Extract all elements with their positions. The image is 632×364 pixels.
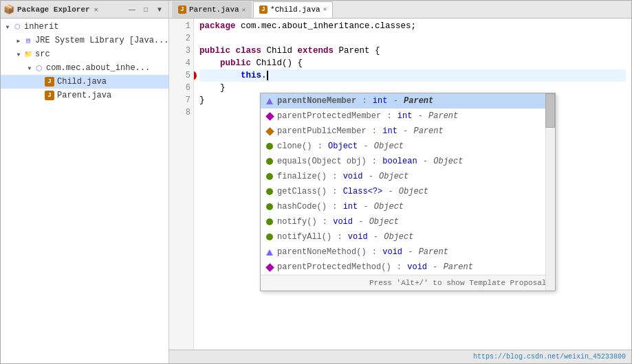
tree-spacer-parent — [36, 91, 45, 100]
editor-area: 1 2 3 4 5 6 7 8 package com.mec.about_in… — [169, 19, 631, 350]
view-menu-button[interactable]: ▼ — [153, 3, 166, 16]
tree-label-child: Child.java — [57, 77, 107, 87]
content-area: 📦 Package Explorer ✕ — □ ▼ ▼ ⬡ inherit — [1, 1, 631, 363]
ac-text-10: notifyAll() : void - Object — [277, 231, 413, 243]
tab-parent-label: Parent.java — [189, 5, 239, 14]
parent-java-icon: J — [45, 91, 54, 100]
right-panel: J Parent.java ✕ J *Child.java ✕ 1 2 3 4 … — [169, 1, 631, 363]
ac-item-notifyAll[interactable]: notifyAll() : void - Object — [261, 229, 555, 244]
ac-icon-diamond-12 — [265, 262, 274, 272]
tree-view[interactable]: ▼ ⬡ inherit ▶ ▤ JRE System Library [Java… — [1, 19, 168, 363]
line-numbers: 1 2 3 4 5 6 7 8 — [169, 19, 194, 350]
tree-label-jre: JRE System Library [Java... — [35, 36, 168, 45]
ac-icon-diamond-3 — [265, 126, 274, 136]
ac-item-parentNoneMember[interactable]: parentNoneMember : int - Parent — [261, 93, 555, 109]
ac-item-parentProtectedMember[interactable]: parentProtectedMember : int - Parent — [261, 109, 555, 124]
autocomplete-list[interactable]: parentNoneMember : int - Parent — [261, 93, 555, 275]
ac-text-12: parentProtectedMethod() : void - Parent — [277, 261, 473, 273]
code-content[interactable]: package com.mec.about_inheritance.classe… — [194, 19, 631, 350]
ac-icon-circle-6 — [265, 172, 274, 181]
tab-child-close[interactable]: ✕ — [323, 5, 327, 13]
autocomplete-popup: parentNoneMember : int - Parent — [260, 93, 556, 291]
tab-parent-close[interactable]: ✕ — [242, 6, 246, 14]
project-icon: ⬡ — [12, 21, 23, 32]
panel-title: Package Explorer — [17, 5, 90, 14]
ac-text-6: finalize() : void - Object — [277, 170, 408, 183]
ac-text-3: parentPublicMember : int - Parent — [277, 125, 444, 137]
ac-item-parentProtectedMethod[interactable]: parentProtectedMethod() : void - Parent — [261, 260, 555, 275]
tab-child-label: *Child.java — [270, 5, 320, 14]
ac-item-parentPublicMember[interactable]: parentPublicMember : int - Parent — [261, 124, 555, 139]
tree-spacer-child — [36, 78, 45, 86]
ac-scrollbar-track[interactable] — [545, 93, 555, 291]
tree-label-package: com.mec.about_inhe... — [46, 63, 150, 73]
tree-arrow-src: ▼ — [14, 50, 23, 58]
tree-item-inherit[interactable]: ▼ ⬡ inherit — [1, 20, 168, 34]
package-icon: ⬡ — [34, 62, 45, 73]
tab-bar: J Parent.java ✕ J *Child.java ✕ — [169, 1, 631, 19]
ac-footer-text: Press 'Alt+/' to show Template Proposals — [369, 279, 551, 287]
ac-item-parentNoneMethod[interactable]: parentNoneMethod() : void - Parent — [261, 244, 555, 260]
ac-item-finalize[interactable]: finalize() : void - Object — [261, 169, 555, 184]
left-panel: 📦 Package Explorer ✕ — □ ▼ ▼ ⬡ inherit — [1, 1, 169, 363]
tab-parent[interactable]: J Parent.java ✕ — [172, 1, 252, 18]
ac-item-notify[interactable]: notify() : void - Object — [261, 214, 555, 229]
ac-icon-circle-4 — [265, 141, 274, 151]
ac-item-hashCode[interactable]: hashCode() : int - Object — [261, 199, 555, 214]
tab-child[interactable]: J *Child.java ✕ — [253, 1, 333, 18]
tree-item-package[interactable]: ▼ ⬡ com.mec.about_inhe... — [1, 61, 168, 75]
tree-arrow-inherit: ▼ — [3, 23, 12, 31]
ac-icon-diamond-2 — [265, 111, 274, 121]
tree-arrow-jre: ▶ — [14, 36, 23, 45]
child-java-icon: J — [45, 77, 54, 87]
ac-icon-circle-5 — [265, 157, 274, 166]
code-line-5: ✕ this . — [199, 69, 626, 82]
tree-item-parent[interactable]: J Parent.java — [1, 89, 168, 102]
ac-text-9: notify() : void - Object — [277, 216, 399, 228]
tree-item-src[interactable]: ▼ 📁 src — [1, 47, 168, 61]
tab-parent-icon: J — [178, 5, 186, 14]
tree-item-jre[interactable]: ▶ ▤ JRE System Library [Java... — [1, 34, 168, 47]
maximize-button[interactable]: □ — [140, 3, 152, 16]
ac-icon-circle-7 — [265, 187, 274, 196]
ac-text-2: parentProtectedMember : int - Parent — [277, 110, 458, 122]
code-line-3: public class Child extends Parent { — [199, 45, 626, 57]
cursor — [267, 71, 268, 80]
tree-item-child[interactable]: J Child.java — [1, 75, 168, 89]
package-explorer-icon: 📦 — [3, 4, 14, 15]
ac-scrollbar-thumb[interactable] — [545, 93, 555, 128]
tree-arrow-package: ▼ — [25, 64, 34, 72]
error-marker-5: ✕ — [194, 71, 197, 80]
jre-icon: ▤ — [23, 35, 34, 46]
tree-label-src: src — [35, 49, 50, 59]
status-bar: https://blog.csdn.net/weixin_45233800 — [169, 350, 631, 363]
ac-icon-circle-10 — [265, 232, 274, 242]
kw-package: package — [199, 20, 236, 32]
code-line-4: public Child() { — [199, 57, 626, 69]
panel-header-icons: — □ ▼ — [126, 3, 166, 16]
ac-text-11: parentNoneMethod() : void - Parent — [277, 246, 448, 258]
src-folder-icon: 📁 — [23, 49, 34, 60]
ac-text-1: parentNoneMember : int - Parent — [277, 95, 433, 107]
ac-item-clone[interactable]: clone() : Object - Object — [261, 139, 555, 154]
ac-icon-circle-8 — [265, 202, 274, 212]
ac-icon-circle-9 — [265, 217, 274, 227]
ac-text-8: hashCode() : int - Object — [277, 201, 404, 213]
ac-text-4: clone() : Object - Object — [277, 140, 404, 152]
tree-label-inherit: inherit — [24, 22, 58, 32]
watermark-text: https://blog.csdn.net/weixin_45233800 — [473, 353, 626, 361]
code-line-1: package com.mec.about_inheritance.classe… — [199, 20, 626, 32]
tree-label-parent: Parent.java — [57, 91, 111, 100]
ac-icon-triangle-1 — [265, 96, 274, 106]
panel-title-x: ✕ — [94, 5, 98, 14]
panel-header-left: 📦 Package Explorer ✕ — [3, 4, 98, 15]
minimize-button[interactable]: — — [126, 3, 138, 16]
main-container: 📦 Package Explorer ✕ — □ ▼ ▼ ⬡ inherit — [0, 0, 632, 364]
ac-text-5: equals(Object obj) : boolean - Object — [277, 155, 463, 168]
panel-header: 📦 Package Explorer ✕ — □ ▼ — [1, 1, 168, 19]
ac-text-7: getClass() : Class<?> - Object — [277, 185, 428, 198]
ac-item-equals[interactable]: equals(Object obj) : boolean - Object — [261, 154, 555, 169]
tab-child-icon: J — [259, 5, 268, 14]
ac-icon-triangle-11 — [265, 247, 274, 257]
ac-item-getClass[interactable]: getClass() : Class<?> - Object — [261, 184, 555, 199]
